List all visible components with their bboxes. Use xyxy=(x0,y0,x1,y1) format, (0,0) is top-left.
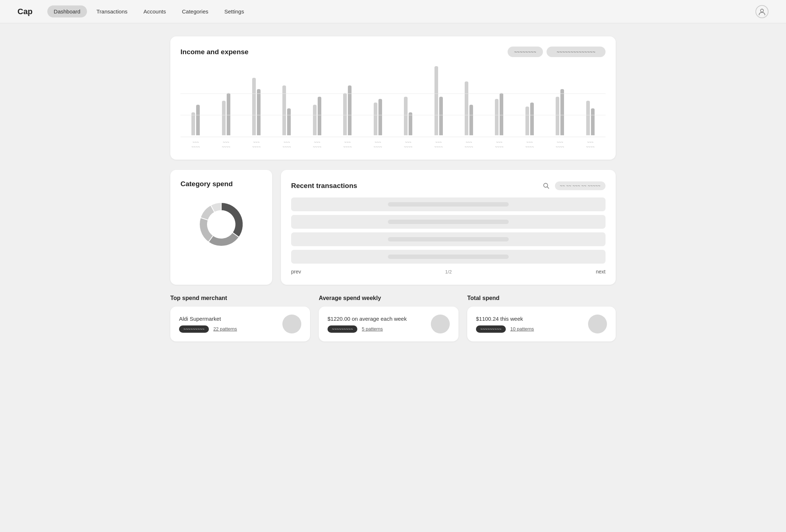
search-icon[interactable] xyxy=(540,180,552,192)
bar-chart xyxy=(180,64,606,137)
user-avatar[interactable] xyxy=(755,5,769,18)
merchant-name: Aldi Supermarket xyxy=(179,316,237,322)
main-content: Income and expense ~~~~~~~~ ~~~~~~~~~~~~… xyxy=(153,23,633,355)
average-badge[interactable]: ~~~~~~~~~ xyxy=(328,325,357,333)
bottom-row: Category spend Recent transactions ~~ ~~ xyxy=(170,170,616,285)
chart-label: ~~~~~~~ xyxy=(363,140,393,149)
donut-chart xyxy=(192,195,250,253)
chart-label: ~~~~~~~ xyxy=(241,140,271,149)
bar-group xyxy=(393,97,423,135)
income-bar xyxy=(282,85,286,135)
total-patterns[interactable]: 10 patterns xyxy=(510,326,534,332)
income-bar xyxy=(404,97,408,135)
transaction-row xyxy=(291,232,606,246)
nav-settings[interactable]: Settings xyxy=(218,5,251,17)
average-spend-weekly-title: Average spend weekly xyxy=(319,295,467,301)
transaction-row-content xyxy=(388,237,509,241)
income-expense-actions: ~~~~~~~~ ~~~~~~~~~~~~~~ xyxy=(508,47,606,57)
chart-labels: ~~~~~~~~~~~~~~~~~~~~~~~~~~~~~~~~~~~~~~~~… xyxy=(180,140,606,149)
nav-dashboard[interactable]: Dashboard xyxy=(47,5,87,17)
total-spend-section: Total spend $1100.24 this week ~~~~~~~~~… xyxy=(467,295,616,341)
category-spend-card: Category spend xyxy=(170,170,272,285)
income-expense-btn2[interactable]: ~~~~~~~~~~~~~~ xyxy=(547,47,606,57)
income-bar xyxy=(222,101,226,135)
chart-label: ~~~~~~~ xyxy=(515,140,545,149)
transaction-row xyxy=(291,250,606,264)
bar-group xyxy=(484,93,514,135)
income-bar xyxy=(252,78,256,135)
top-spend-merchant-info: Aldi Supermarket ~~~~~~~~~ 22 patterns xyxy=(179,316,237,333)
income-bar xyxy=(313,105,317,135)
bar-group xyxy=(241,78,271,135)
svg-line-2 xyxy=(547,187,549,189)
average-icon xyxy=(431,315,450,333)
bar-group xyxy=(302,97,332,135)
recent-transactions-title: Recent transactions xyxy=(291,182,357,190)
recent-transactions-card: Recent transactions ~~ ~~ ~~~ ~~ ~~~~~ xyxy=(281,170,616,285)
nav-transactions[interactable]: Transactions xyxy=(90,5,134,17)
page-info: 1/2 xyxy=(445,269,452,275)
bar-group xyxy=(271,85,302,135)
bar-group xyxy=(211,93,241,135)
total-badge[interactable]: ~~~~~~~~~ xyxy=(476,325,506,333)
expense-bar xyxy=(560,89,564,135)
bar-group xyxy=(454,81,484,135)
bar-group xyxy=(180,105,211,135)
chart-label: ~~~~~~~ xyxy=(211,140,241,149)
nav-categories[interactable]: Categories xyxy=(175,5,215,17)
merchant-badge[interactable]: ~~~~~~~~~ xyxy=(179,325,209,333)
transaction-row xyxy=(291,197,606,211)
transaction-list xyxy=(291,197,606,264)
chart-label: ~~~~~~~ xyxy=(423,140,453,149)
nav-links: Dashboard Transactions Accounts Categori… xyxy=(47,5,744,17)
transactions-header: Recent transactions ~~ ~~ ~~~ ~~ ~~~~~ xyxy=(291,180,606,192)
merchant-actions: ~~~~~~~~~ 22 patterns xyxy=(179,325,237,333)
income-bar xyxy=(191,112,195,135)
transaction-row-content xyxy=(388,255,509,259)
tx-pagination: prev 1/2 next xyxy=(291,267,606,275)
expense-bar xyxy=(409,112,412,135)
income-bar xyxy=(495,99,499,135)
income-expense-title: Income and expense xyxy=(180,48,249,56)
chart-label: ~~~~~~~ xyxy=(393,140,423,149)
total-spend-title: Total spend xyxy=(467,295,616,301)
navbar: Cap Dashboard Transactions Accounts Cate… xyxy=(0,0,786,23)
income-bar xyxy=(374,103,377,135)
income-bar xyxy=(465,81,468,135)
average-spend-weekly-info: $1220.00 on average each week ~~~~~~~~~ … xyxy=(328,316,407,333)
expense-bar xyxy=(530,103,534,135)
chart-label: ~~~~~~~ xyxy=(545,140,575,149)
average-spend-weekly-section: Average spend weekly $1220.00 on average… xyxy=(319,295,467,341)
next-button[interactable]: next xyxy=(596,269,606,275)
average-actions: ~~~~~~~~~ 5 patterns xyxy=(328,325,407,333)
expense-bar xyxy=(378,99,382,135)
top-spend-merchant-title: Top spend merchant xyxy=(170,295,319,301)
chart-label: ~~~~~~~ xyxy=(332,140,362,149)
top-spend-merchant-card: Aldi Supermarket ~~~~~~~~~ 22 patterns xyxy=(170,307,310,341)
transaction-row-content xyxy=(388,202,509,207)
filter-pill[interactable]: ~~ ~~ ~~~ ~~ ~~~~~ xyxy=(555,181,606,190)
expense-bar xyxy=(591,108,595,135)
chart-label: ~~~~~~~ xyxy=(180,140,211,149)
average-spend-weekly-card: $1220.00 on average each week ~~~~~~~~~ … xyxy=(319,307,458,341)
chart-label: ~~~~~~~ xyxy=(454,140,484,149)
nav-accounts[interactable]: Accounts xyxy=(137,5,172,17)
average-patterns[interactable]: 5 patterns xyxy=(362,326,383,332)
income-bar xyxy=(586,101,590,135)
expense-bar xyxy=(318,97,321,135)
total-spend-info: $1100.24 this week ~~~~~~~~~ 10 patterns xyxy=(476,316,534,333)
prev-button[interactable]: prev xyxy=(291,269,301,275)
top-spend-merchant-section: Top spend merchant Aldi Supermarket ~~~~… xyxy=(170,295,319,341)
total-amount: $1100.24 this week xyxy=(476,316,534,322)
transaction-row-content xyxy=(388,220,509,224)
total-actions: ~~~~~~~~~ 10 patterns xyxy=(476,325,534,333)
merchant-patterns[interactable]: 22 patterns xyxy=(213,326,237,332)
chart-label: ~~~~~~~ xyxy=(302,140,332,149)
expense-bar xyxy=(500,93,503,135)
stats-row: Top spend merchant Aldi Supermarket ~~~~… xyxy=(170,295,616,341)
income-bar xyxy=(556,97,559,135)
bar-group xyxy=(545,89,575,135)
expense-bar xyxy=(196,105,200,135)
income-expense-btn1[interactable]: ~~~~~~~~ xyxy=(508,47,543,57)
bar-group xyxy=(515,103,545,135)
